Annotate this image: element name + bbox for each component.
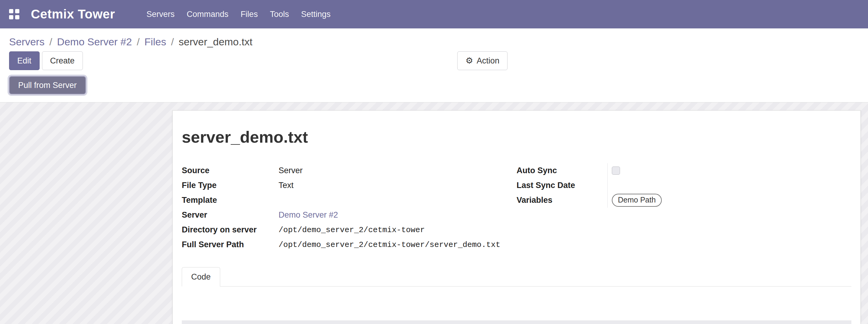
field-row-variables: Variables Demo Path — [517, 193, 851, 208]
action-button[interactable]: ⚙ Action — [457, 52, 507, 70]
field-label-last-sync-date: Last Sync Date — [517, 181, 607, 190]
field-value-file-type: Text — [279, 181, 517, 190]
field-row-file-type: File Type Text — [182, 178, 517, 193]
main-navbar: Cetmix Tower Servers Commands Files Tool… — [0, 0, 868, 28]
field-label-auto-sync: Auto Sync — [517, 166, 607, 175]
breadcrumb-separator: / — [137, 34, 140, 49]
nav-item-servers[interactable]: Servers — [146, 10, 175, 19]
apps-icon-square — [9, 15, 13, 19]
breadcrumb-servers[interactable]: Servers — [9, 34, 44, 49]
breadcrumb: Servers / Demo Server #2 / Files / serve… — [0, 28, 868, 49]
field-value-last-sync-date — [607, 178, 851, 193]
apps-icon-square — [15, 9, 19, 13]
field-row-auto-sync: Auto Sync — [517, 163, 851, 178]
left-field-group: Source Server File Type Text Template Se… — [182, 163, 517, 252]
field-row-template: Template — [182, 193, 517, 208]
field-value-auto-sync — [607, 163, 851, 178]
record-title: server_demo.txt — [182, 128, 851, 146]
control-panel: Servers / Demo Server #2 / Files / serve… — [0, 28, 868, 102]
form-view-background: server_demo.txt Source Server File Type … — [0, 102, 868, 324]
apps-menu-icon[interactable] — [9, 9, 19, 19]
breadcrumb-separator: / — [49, 34, 52, 49]
field-row-directory: Directory on server /opt/demo_server_2/c… — [182, 222, 517, 237]
pull-from-server-button[interactable]: Pull from Server — [9, 76, 86, 94]
field-value-full-path: /opt/demo_server_2/cetmix-tower/server_d… — [279, 240, 517, 249]
nav-item-commands[interactable]: Commands — [187, 10, 228, 19]
variables-tag-demo-path: Demo Path — [612, 194, 662, 207]
apps-icon-square — [9, 9, 13, 13]
code-editor-placeholder — [182, 320, 851, 324]
field-label-full-path: Full Server Path — [182, 240, 279, 249]
breadcrumb-current: server_demo.txt — [179, 34, 252, 49]
apps-icon-square — [15, 15, 19, 19]
field-value-directory: /opt/demo_server_2/cetmix-tower — [279, 225, 517, 234]
breadcrumb-files[interactable]: Files — [145, 34, 166, 49]
field-row-server: Server Demo Server #2 — [182, 208, 517, 222]
page: Cetmix Tower Servers Commands Files Tool… — [0, 0, 868, 324]
field-label-source: Source — [182, 166, 279, 175]
form-sheet: server_demo.txt Source Server File Type … — [173, 110, 861, 324]
field-label-server: Server — [182, 210, 279, 220]
create-button[interactable]: Create — [42, 52, 83, 70]
nav-item-tools[interactable]: Tools — [270, 10, 289, 19]
field-label-file-type: File Type — [182, 181, 279, 190]
field-value-source: Server — [279, 166, 517, 175]
code-tab-content — [182, 320, 851, 324]
field-label-template: Template — [182, 196, 279, 205]
field-value-variables: Demo Path — [607, 193, 851, 208]
field-row-full-path: Full Server Path /opt/demo_server_2/cetm… — [182, 237, 517, 252]
edit-button[interactable]: Edit — [9, 52, 40, 70]
breadcrumb-demo-server-2[interactable]: Demo Server #2 — [57, 34, 132, 49]
nav-menu: Servers Commands Files Tools Settings — [146, 10, 343, 19]
field-row-last-sync-date: Last Sync Date — [517, 178, 851, 193]
notebook-tabs: Code — [182, 267, 851, 287]
gear-icon: ⚙ — [465, 57, 473, 65]
field-label-directory: Directory on server — [182, 225, 279, 234]
button-row: Edit Create ⚙ Action — [0, 52, 868, 70]
auto-sync-checkbox[interactable] — [612, 166, 620, 175]
field-row-source: Source Server — [182, 163, 517, 178]
nav-item-files[interactable]: Files — [241, 10, 258, 19]
action-button-label: Action — [477, 56, 499, 66]
right-field-group: Auto Sync Last Sync Date Variables Demo … — [517, 163, 851, 252]
tab-code[interactable]: Code — [182, 267, 220, 287]
nav-item-settings[interactable]: Settings — [301, 10, 331, 19]
pull-row: Pull from Server — [0, 76, 868, 102]
app-title[interactable]: Cetmix Tower — [31, 7, 115, 22]
field-groups: Source Server File Type Text Template Se… — [182, 163, 851, 252]
field-label-variables: Variables — [517, 196, 607, 205]
breadcrumb-separator: / — [171, 34, 174, 49]
field-value-server-link[interactable]: Demo Server #2 — [279, 210, 517, 220]
